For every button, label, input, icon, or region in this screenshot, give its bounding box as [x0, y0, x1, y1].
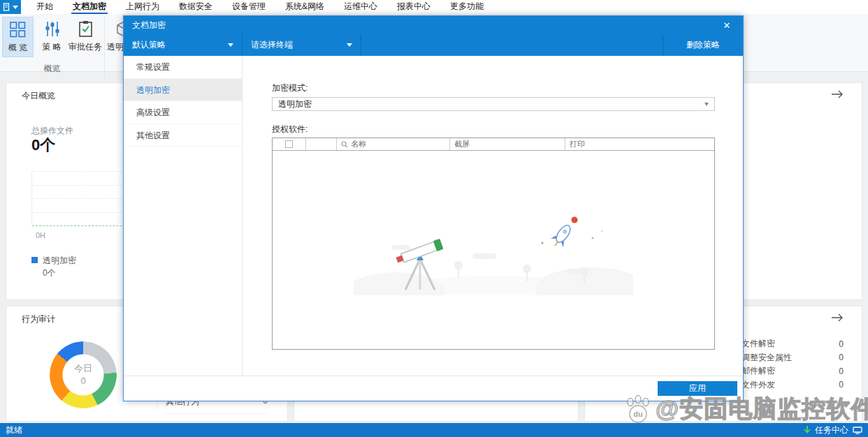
statusbar: 就绪 任务中心 [0, 423, 868, 437]
ribbon-button-label: 审批任务 [68, 41, 102, 53]
encrypt-mode-select[interactable]: 透明加密 [272, 97, 715, 111]
list-item: 调整安全属性 0 [742, 351, 844, 365]
stat-value: 0个 [31, 135, 55, 156]
policy-select-value: 默认策略 [132, 39, 166, 51]
chart-x-label: 0H [36, 231, 45, 239]
search-icon [341, 141, 348, 148]
list-item: 文件外发 0 [742, 378, 844, 392]
header-screenshot-label: 截屏 [454, 139, 470, 149]
menubar-item[interactable]: 数据安全 [169, 0, 222, 14]
list-item: 文件解密 0 [742, 337, 844, 351]
ribbon-button-approval[interactable]: 审批任务 [68, 17, 103, 57]
dialog-content: 加密模式: 透明加密 授权软件: 名称 [243, 56, 743, 376]
delete-policy-button[interactable]: 删除策略 [663, 34, 743, 56]
panel-title: 今日概览 [22, 90, 55, 102]
download-arrow-icon [804, 426, 811, 434]
app-menu-button[interactable] [0, 0, 21, 14]
ribbon-button-label: 概 览 [8, 42, 27, 54]
clipboard-check-icon [77, 20, 94, 38]
close-icon[interactable]: ✕ [719, 17, 735, 33]
chevron-down-icon [228, 43, 233, 47]
delete-policy-label: 删除策略 [686, 39, 720, 51]
policy-select[interactable]: 默认策略 [124, 34, 243, 56]
legend-color [31, 257, 38, 263]
list-item-value: 0 [839, 366, 844, 376]
menubar: 开始 文档加密 上网行为 数据安全 设备管理 系统&网络 运维中心 报表中心 更… [0, 0, 868, 14]
donut-center: 今日 0 [50, 341, 117, 408]
chevron-down-icon [13, 6, 18, 9]
arrow-right-icon[interactable] [831, 89, 844, 101]
authorized-software-label: 授权软件: [272, 124, 308, 135]
dialog-body: 常规设置 透明加密 高级设置 其他设置 加密模式: 透明加密 授权软件: [124, 56, 743, 376]
app-icon [3, 3, 11, 11]
chevron-down-icon [347, 43, 352, 47]
apply-button[interactable]: 应用 [658, 381, 737, 396]
operations-list: 文件解密 0 调整安全属性 0 邮件解密 0 文件外发 0 [742, 337, 844, 392]
task-center-button[interactable]: 任务中心 [815, 424, 848, 436]
nav-item-other-settings[interactable]: 其他设置 [124, 124, 242, 147]
menubar-item[interactable]: 报表中心 [387, 0, 440, 14]
list-item-value: 0 [839, 353, 844, 362]
encrypt-mode-label: 加密模式: [272, 82, 308, 94]
monitor-icon[interactable] [853, 427, 862, 434]
dialog-title: 文档加密 [132, 20, 166, 31]
list-item-label: 文件解密 [742, 338, 775, 350]
dialog-titlebar: 文档加密 ✕ [124, 16, 743, 34]
ribbon-separator [104, 17, 105, 80]
legend-label: 透明加密 [43, 255, 76, 265]
ribbon-button-label: 策 略 [42, 41, 61, 53]
list-item-label: 邮件解密 [742, 365, 775, 377]
list-item-value: 0 [839, 339, 844, 349]
donut-center-label: 今日 [74, 362, 92, 375]
ribbon-button-overview[interactable]: 概 览 [2, 17, 34, 57]
menubar-item[interactable]: 系统&网络 [275, 0, 334, 14]
menubar-item[interactable]: 运维中心 [334, 0, 387, 14]
header-blank [306, 138, 337, 150]
dialog-toolbar: 默认策略 请选择终端 删除策略 [124, 34, 743, 56]
header-print-label: 打印 [570, 139, 585, 149]
panel-title: 行为审计 [22, 313, 55, 325]
terminal-select[interactable]: 请选择终端 [243, 34, 361, 56]
menubar-item[interactable]: 更多功能 [440, 0, 493, 14]
chart-legend: 透明加密 [31, 255, 76, 267]
list-item-value: 0 [839, 380, 844, 390]
dialog-nav: 常规设置 透明加密 高级设置 其他设置 [124, 56, 243, 376]
arrow-right-icon[interactable] [831, 312, 844, 325]
chevron-down-icon [704, 103, 709, 106]
ribbon-group-label: 概览 [0, 63, 104, 75]
list-item-label: 调整安全属性 [742, 352, 792, 364]
header-print[interactable]: 打印 [565, 138, 714, 150]
toolbar-spacer [361, 34, 663, 56]
header-name-label: 名称 [351, 139, 366, 149]
header-screenshot[interactable]: 截屏 [450, 138, 565, 150]
ribbon-button-policy[interactable]: 策 略 [36, 17, 67, 57]
nav-item-general-settings[interactable]: 常规设置 [124, 56, 242, 79]
grid-icon [9, 21, 27, 38]
header-name[interactable]: 名称 [337, 138, 450, 150]
nav-item-transparent-encrypt[interactable]: 透明加密 [124, 79, 242, 102]
menubar-item[interactable]: 开始 [27, 0, 63, 14]
donut-center-value: 0 [80, 375, 85, 387]
authorized-software-table: 名称 截屏 打印 [272, 138, 715, 350]
menubar-item[interactable]: 上网行为 [116, 0, 169, 14]
dialog-footer-divider [124, 376, 743, 376]
select-all-checkbox[interactable] [285, 140, 293, 148]
encrypt-mode-value: 透明加密 [278, 98, 312, 110]
status-text: 就绪 [6, 424, 22, 436]
empty-state-illustration [354, 205, 633, 295]
sliders-icon [43, 20, 61, 38]
list-item: 邮件解密 0 [742, 364, 844, 378]
nav-item-advanced-settings[interactable]: 高级设置 [124, 101, 242, 124]
menubar-item-active[interactable]: 文档加密 [63, 0, 116, 14]
list-item-label: 文件外发 [742, 379, 775, 391]
header-select-all [273, 138, 306, 150]
table-empty-state [273, 151, 714, 349]
terminal-select-value: 请选择终端 [251, 39, 293, 51]
document-encryption-dialog: 文档加密 ✕ 默认策略 请选择终端 删除策略 常规设置 透明加密 高级设置 其他… [123, 15, 744, 401]
legend-value: 0个 [43, 267, 56, 279]
table-header: 名称 截屏 打印 [273, 138, 714, 151]
menubar-item[interactable]: 设备管理 [222, 0, 275, 14]
